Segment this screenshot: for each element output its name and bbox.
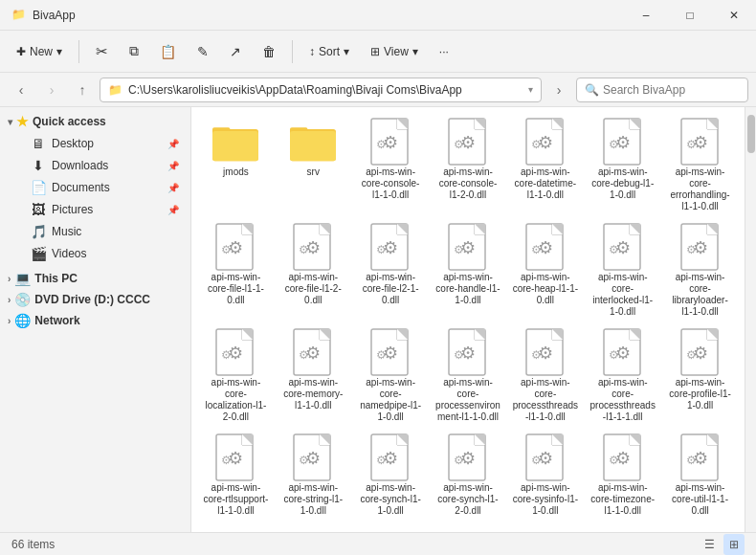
sidebar-item-documents[interactable]: 📄 Documents 📌 bbox=[4, 177, 187, 198]
maximize-button[interactable]: □ bbox=[668, 0, 712, 31]
file-item[interactable]: ⚙ ⚙ api-ms-win-core-rtlsupport-l1-1-0.dl… bbox=[199, 431, 273, 521]
file-item[interactable]: ⚙ ⚙ api-ms-win-core-string-l1-1-0.dll bbox=[277, 431, 350, 521]
file-item[interactable]: ⚙ ⚙ api-ms-win-core-interlocked-l1-1-0.d… bbox=[586, 220, 659, 322]
svg-text:⚙: ⚙ bbox=[376, 243, 387, 256]
desktop-label: Desktop bbox=[52, 137, 94, 150]
file-item[interactable]: ⚙ ⚙ api-ms-win-core-processenvironment-l… bbox=[432, 325, 505, 427]
desktop-pin-icon: 📌 bbox=[167, 139, 179, 149]
file-item[interactable]: ⚙ ⚙ api-ms-win-core-file-l1-2-0.dll bbox=[277, 220, 350, 322]
file-item[interactable]: ⚙ ⚙ api-ms-win-core-console-l1-1-0.dll bbox=[354, 115, 428, 216]
search-icon: 🔍 bbox=[585, 83, 599, 97]
sidebar-item-pictures[interactable]: 🖼 Pictures 📌 bbox=[4, 199, 187, 220]
file-name: api-ms-win-core-file-l2-1-0.dll bbox=[358, 272, 424, 306]
file-item[interactable]: ⚙ ⚙ api-ms-win-core-synch-l1-1-0.dll bbox=[354, 431, 428, 521]
file-item[interactable]: ⚙ ⚙ api-ms-win-core-file-l2-1-0.dll bbox=[354, 220, 428, 322]
sidebar-item-music[interactable]: 🎵 Music bbox=[4, 221, 187, 242]
dll-icon: ⚙ ⚙ bbox=[212, 329, 258, 375]
network-label: Network bbox=[34, 314, 79, 327]
svg-text:⚙: ⚙ bbox=[685, 243, 696, 256]
quick-access-expand-icon: ▾ bbox=[8, 117, 12, 127]
file-item[interactable]: ⚙ ⚙ api-ms-win-core-timezone-l1-1-0.dll bbox=[586, 431, 659, 521]
delete-button[interactable]: 🗑 bbox=[254, 39, 284, 64]
file-name: api-ms-win-core-libraryloader-l1-1-0.dll bbox=[667, 272, 733, 318]
sidebar-item-videos[interactable]: 🎬 Videos bbox=[4, 243, 187, 264]
file-item[interactable]: ⚙ ⚙ api-ms-win-core-datetime-l1-1-0.dll bbox=[508, 115, 582, 216]
dll-icon: ⚙ ⚙ bbox=[367, 329, 413, 375]
file-item[interactable]: ⚙ ⚙ api-ms-win-core-file-l1-1-0.dll bbox=[199, 220, 273, 322]
nav-bar: ‹ › ↑ 📁 C:\Users\karolisliucveikis\AppDa… bbox=[0, 73, 756, 107]
dll-icon: ⚙ ⚙ bbox=[290, 329, 336, 375]
file-name: api-ms-win-core-profile-l1-1-0.dll bbox=[667, 377, 733, 411]
close-button[interactable]: ✕ bbox=[712, 0, 756, 31]
svg-rect-2 bbox=[212, 131, 258, 161]
view-button[interactable]: ⊞ View ▾ bbox=[362, 40, 427, 63]
copy-button[interactable]: ⧉ bbox=[121, 38, 147, 64]
file-item[interactable]: ⚙ ⚙ api-ms-win-core-localization-l1-2-0.… bbox=[199, 325, 273, 427]
sidebar-item-downloads[interactable]: ⬇ Downloads 📌 bbox=[4, 155, 187, 176]
dll-icon: ⚙ ⚙ bbox=[445, 434, 491, 480]
file-item[interactable]: srv bbox=[277, 115, 350, 216]
dvd-label: DVD Drive (D:) CCCC bbox=[34, 293, 150, 306]
file-item[interactable]: jmods bbox=[199, 115, 273, 216]
this-pc-header[interactable]: › 💻 This PC bbox=[0, 268, 190, 289]
dll-icon: ⚙ ⚙ bbox=[212, 224, 258, 270]
dll-icon: ⚙ ⚙ bbox=[678, 224, 723, 270]
search-input[interactable] bbox=[603, 83, 740, 97]
file-name: api-ms-win-core-sysinfo-l1-1-0.dll bbox=[512, 482, 578, 517]
file-item[interactable]: ⚙ ⚙ api-ms-win-core-errorhandling-l1-1-0… bbox=[663, 115, 737, 216]
file-item[interactable]: ⚙ ⚙ api-ms-win-core-util-l1-1-0.dll bbox=[663, 431, 737, 521]
file-item[interactable]: ⚙ ⚙ api-ms-win-core-debug-l1-1-0.dll bbox=[586, 115, 659, 216]
up-button[interactable]: ↑ bbox=[69, 77, 96, 103]
back-button[interactable]: ‹ bbox=[8, 77, 34, 103]
view-icon: ⊞ bbox=[370, 45, 380, 58]
quick-access-header[interactable]: ▾ ★ Quick access bbox=[0, 111, 190, 132]
file-name: jmods bbox=[223, 166, 249, 178]
address-chevron-icon: ▾ bbox=[528, 84, 533, 95]
grid-view-button[interactable]: ⊞ bbox=[723, 534, 745, 555]
documents-icon: 📄 bbox=[31, 180, 46, 195]
content-area: jmods srv bbox=[191, 107, 745, 532]
rename-button[interactable]: ✎ bbox=[189, 39, 217, 64]
cut-button[interactable]: ✂ bbox=[87, 38, 117, 65]
file-item[interactable]: ⚙ ⚙ api-ms-win-core-processthreads-l1-1-… bbox=[508, 325, 582, 427]
paste-button[interactable]: 📋 bbox=[151, 39, 185, 64]
pictures-pin-icon: 📌 bbox=[167, 205, 179, 215]
more-button[interactable]: ··· bbox=[431, 40, 457, 63]
sort-button[interactable]: ↕ Sort ▾ bbox=[300, 40, 358, 63]
network-icon: 🌐 bbox=[14, 313, 31, 328]
dll-icon: ⚙ ⚙ bbox=[445, 329, 491, 375]
sidebar: ▾ ★ Quick access 🖥 Desktop 📌 ⬇ Downloads… bbox=[0, 107, 191, 532]
file-item[interactable]: ⚙ ⚙ api-ms-win-core-libraryloader-l1-1-0… bbox=[663, 220, 737, 322]
network-header[interactable]: › 🌐 Network bbox=[0, 310, 190, 331]
nav-go-button[interactable]: › bbox=[545, 77, 572, 103]
file-item[interactable]: ⚙ ⚙ api-ms-win-core-heap-l1-1-0.dll bbox=[508, 220, 582, 322]
svg-text:⚙: ⚙ bbox=[299, 243, 309, 256]
share-button[interactable]: ↗ bbox=[221, 39, 250, 64]
search-bar[interactable]: 🔍 bbox=[576, 78, 748, 102]
item-count: 66 items bbox=[11, 538, 55, 551]
file-item[interactable]: ⚙ ⚙ api-ms-win-core-handle-l1-1-0.dll bbox=[432, 220, 505, 322]
file-item[interactable]: ⚙ ⚙ api-ms-win-core-sysinfo-l1-1-0.dll bbox=[508, 431, 582, 521]
pictures-label: Pictures bbox=[52, 203, 93, 216]
svg-text:⚙: ⚙ bbox=[608, 243, 618, 256]
svg-text:⚙: ⚙ bbox=[221, 348, 232, 362]
list-view-button[interactable]: ☰ bbox=[699, 534, 720, 555]
new-button[interactable]: ✚ New ▾ bbox=[8, 40, 71, 63]
title-bar-controls: – □ ✕ bbox=[624, 0, 756, 31]
right-scrollbar[interactable] bbox=[745, 107, 756, 532]
file-item[interactable]: ⚙ ⚙ api-ms-win-core-namedpipe-l1-1-0.dll bbox=[354, 325, 428, 427]
file-item[interactable]: ⚙ ⚙ api-ms-win-core-memory-l1-1-0.dll bbox=[277, 325, 350, 427]
file-item[interactable]: ⚙ ⚙ api-ms-win-core-console-l1-2-0.dll bbox=[432, 115, 505, 216]
app-icon: 📁 bbox=[11, 8, 27, 23]
minimize-button[interactable]: – bbox=[624, 0, 668, 31]
svg-text:⚙: ⚙ bbox=[299, 348, 309, 362]
sidebar-item-desktop[interactable]: 🖥 Desktop 📌 bbox=[4, 133, 187, 154]
forward-button[interactable]: › bbox=[38, 77, 65, 103]
status-bar: 66 items ☰ ⊞ bbox=[0, 532, 756, 555]
dll-icon: ⚙ ⚙ bbox=[678, 329, 723, 375]
address-bar[interactable]: 📁 C:\Users\karolisliucveikis\AppData\Roa… bbox=[100, 78, 542, 102]
file-item[interactable]: ⚙ ⚙ api-ms-win-core-synch-l1-2-0.dll bbox=[432, 431, 505, 521]
dvd-drive-header[interactable]: › 💿 DVD Drive (D:) CCCC bbox=[0, 289, 190, 310]
file-item[interactable]: ⚙ ⚙ api-ms-win-core-profile-l1-1-0.dll bbox=[663, 325, 737, 427]
file-item[interactable]: ⚙ ⚙ api-ms-win-core-processthreads-l1-1-… bbox=[586, 325, 659, 427]
